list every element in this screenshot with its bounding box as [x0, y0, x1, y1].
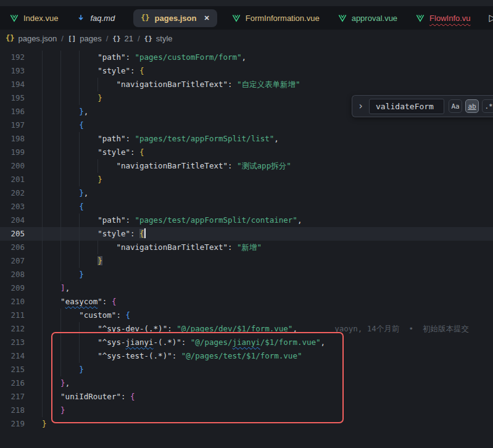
git-blame-annotation: yaoyn, 14个月前 • 初始版本提交 — [334, 324, 469, 333]
code-token: "^sys-test-(.*)" — [97, 351, 172, 360]
line-number[interactable]: 195 — [0, 91, 42, 105]
line-number[interactable]: 211 — [0, 309, 42, 322]
line-number[interactable]: 219 — [0, 417, 42, 431]
code-line-219[interactable]: 219} — [0, 417, 493, 431]
line-number[interactable]: 208 — [0, 268, 42, 281]
line-number[interactable]: 212 — [0, 322, 42, 336]
code-line-203[interactable]: 203{ — [0, 200, 493, 214]
line-number[interactable]: 217 — [0, 390, 42, 404]
indent-guide — [60, 254, 79, 268]
whole-word-button[interactable]: ab — [465, 99, 479, 113]
line-number[interactable]: 216 — [0, 376, 42, 390]
line-number[interactable]: 193 — [0, 64, 42, 78]
code-token: /$1/form.vue" — [260, 338, 321, 347]
code-line-209[interactable]: 209], — [0, 281, 493, 295]
indent-guide — [42, 159, 60, 173]
indent-guide — [60, 268, 79, 281]
code-token: , — [65, 378, 70, 388]
line-number[interactable]: 202 — [0, 186, 42, 200]
code-line-198[interactable]: 198"path": "pages/test/appFormSplit/list… — [0, 132, 493, 146]
line-number[interactable]: 196 — [0, 105, 42, 118]
code-line-208[interactable]: 208} — [0, 268, 493, 281]
line-number[interactable]: 214 — [0, 349, 42, 363]
code-line-202[interactable]: 202}, — [0, 186, 493, 200]
code-line-199[interactable]: 199"style": { — [0, 146, 493, 159]
tab-approval.vue[interactable]: approval.vue — [338, 14, 397, 23]
code-line-217[interactable]: 217"uniIdRouter": { — [0, 390, 493, 404]
tab-label: Index.vue — [23, 14, 58, 23]
breadcrumb-item-pages[interactable]: []pages — [68, 34, 102, 43]
line-number[interactable]: 206 — [0, 241, 42, 254]
code-line-213[interactable]: 213"^sys-jianyi-(.*)": "@/pages/jianyi/$… — [0, 336, 493, 349]
indent-guide — [42, 214, 60, 227]
indent-guide — [42, 200, 60, 214]
code-line-200[interactable]: 200"navigationBarTitleText": "测试app拆分" — [0, 159, 493, 173]
code-line-197[interactable]: 197{ — [0, 118, 493, 132]
code-line-216[interactable]: 216}, — [0, 376, 493, 390]
line-number[interactable]: 192 — [0, 51, 42, 64]
close-icon[interactable]: ✕ — [204, 14, 210, 22]
regex-icon: .* — [484, 102, 492, 110]
code-line-193[interactable]: 193"style": { — [0, 64, 493, 78]
line-number[interactable]: 207 — [0, 254, 42, 268]
code-line-206[interactable]: 206"navigationBarTitleText": "新增" — [0, 241, 493, 254]
line-number[interactable]: 218 — [0, 404, 42, 417]
line-number[interactable]: 197 — [0, 118, 42, 132]
line-number[interactable]: 215 — [0, 363, 42, 376]
code-token: , — [297, 215, 302, 225]
indent-guide — [79, 78, 97, 91]
tab-Index.vue[interactable]: Index.vue — [10, 14, 58, 23]
indent-guide — [60, 159, 79, 173]
code-line-211[interactable]: 211"custom": { — [0, 309, 493, 322]
code-line-212[interactable]: 212"^sys-dev-(.*)": "@/pages/dev/$1/form… — [0, 322, 493, 336]
code-line-205[interactable]: 205"style": { — [0, 227, 493, 241]
indent-guide — [79, 349, 97, 363]
indent-guide — [42, 281, 60, 295]
line-number[interactable]: 203 — [0, 200, 42, 214]
tab-pages.json[interactable]: {}pages.json✕ — [133, 9, 217, 27]
code-line-192[interactable]: 192"path": "pages/customForm/form", — [0, 51, 493, 64]
code-token: "@/pages/ — [191, 338, 233, 347]
indent-guide — [42, 78, 60, 91]
line-number[interactable]: 204 — [0, 214, 42, 227]
tab-FlowInfo.vu[interactable]: FlowInfo.vu — [416, 14, 470, 23]
indent-guide — [42, 227, 60, 241]
code-line-218[interactable]: 218} — [0, 404, 493, 417]
breadcrumb-item-pages.json[interactable]: {}pages.json — [6, 34, 57, 43]
code-line-204[interactable]: 204"path": "pages/test/appFormSplit/cont… — [0, 214, 493, 227]
tab-FormInformation.vue[interactable]: FormInformation.vue — [232, 14, 320, 23]
line-number[interactable]: 199 — [0, 146, 42, 159]
code-line-214[interactable]: 214"^sys-test-(.*)": "@/pages/test/$1/fo… — [0, 349, 493, 363]
line-number[interactable]: 209 — [0, 281, 42, 295]
indent-guide — [42, 64, 60, 78]
match-case-button[interactable]: Aa — [449, 99, 462, 113]
tab-label: approval.vue — [352, 14, 397, 23]
code-line-207[interactable]: 207} — [0, 254, 493, 268]
code-token: , — [292, 324, 297, 333]
tab-overflow-icon[interactable]: ▷ — [489, 12, 493, 23]
code-line-194[interactable]: 194"navigationBarTitleText": "自定义表单新增" — [0, 78, 493, 91]
code-token: ] — [60, 283, 65, 292]
regex-button[interactable]: .* — [482, 99, 493, 113]
line-number[interactable]: 213 — [0, 336, 42, 349]
symbol-icon: {} — [144, 35, 152, 43]
code-token: { — [112, 297, 117, 306]
breadcrumb-item-style[interactable]: {}style — [144, 34, 173, 43]
line-number[interactable]: 200 — [0, 159, 42, 173]
tab-faq.md[interactable]: faq.md — [77, 14, 115, 23]
code-line-201[interactable]: 201} — [0, 173, 493, 186]
breadcrumb-item-21[interactable]: {}21 — [112, 34, 133, 43]
indent-guide — [42, 254, 60, 268]
code-line-210[interactable]: 210"easycom": { — [0, 295, 493, 309]
line-number[interactable]: 210 — [0, 295, 42, 309]
line-number[interactable]: 201 — [0, 173, 42, 186]
line-number[interactable]: 194 — [0, 78, 42, 91]
code-token: } — [97, 256, 102, 265]
line-number[interactable]: 205 — [0, 227, 42, 241]
line-number[interactable]: 198 — [0, 132, 42, 146]
find-input[interactable]: validateForm — [369, 99, 444, 114]
code-line-215[interactable]: 215} — [0, 363, 493, 376]
editor[interactable]: 192"path": "pages/customForm/form",193"s… — [0, 47, 493, 448]
toggle-replace-icon[interactable]: › — [357, 101, 365, 112]
indent-guide — [42, 91, 60, 105]
